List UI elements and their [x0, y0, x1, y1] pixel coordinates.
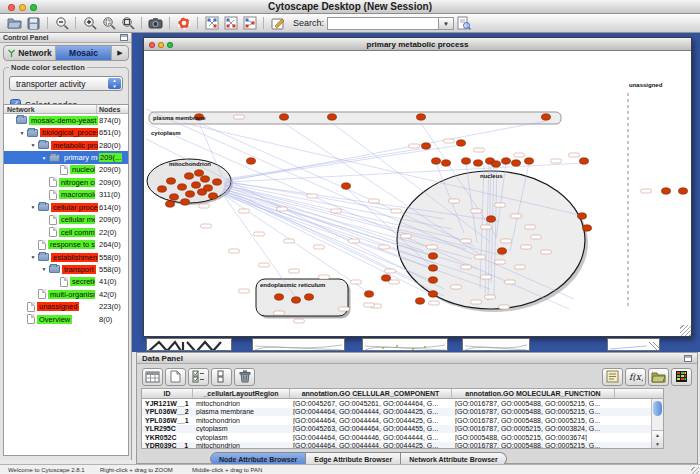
minimize-window-icon[interactable]: [19, 4, 26, 11]
network-node[interactable]: [474, 160, 483, 166]
network-node[interactable]: [542, 114, 551, 120]
tree-row-primary-metabo[interactable]: ▼primary metabo209(...: [4, 151, 128, 163]
network-node[interactable]: [247, 158, 256, 164]
network-node[interactable]: [502, 158, 511, 164]
float-data-panel-icon[interactable]: [684, 355, 692, 362]
tree-row-unassigned[interactable]: unassigned223(0): [4, 301, 128, 313]
network-node[interactable]: [280, 114, 289, 120]
search-document-icon[interactable]: [454, 15, 473, 32]
background-window-fragment[interactable]: [252, 338, 345, 351]
tree-column-network[interactable]: Network: [7, 106, 35, 113]
tree-row-multi-organism-pro[interactable]: multi-organism pro42(0): [4, 288, 128, 300]
mini-network-icon-2[interactable]: [221, 15, 240, 32]
network-node[interactable]: [181, 199, 190, 205]
tree-row-mosaic-demo-yeast[interactable]: mosaic-demo-yeast874(0): [4, 114, 128, 126]
network-node[interactable]: [429, 291, 438, 297]
tree-row-cell-communicat[interactable]: cell communicat22(0): [4, 226, 128, 238]
tab-mosaic[interactable]: Mosaic: [56, 46, 112, 60]
network-node[interactable]: [417, 114, 426, 120]
network-node[interactable]: [679, 188, 688, 194]
unselect-all-attributes-icon[interactable]: [211, 368, 232, 386]
notepad-icon[interactable]: [602, 368, 623, 386]
zoom-window-icon[interactable]: [30, 4, 37, 11]
tree-row-metabolic-process[interactable]: ▼metabolic process280(0): [4, 139, 128, 151]
network-node[interactable]: [178, 184, 187, 190]
search-dropdown-icon[interactable]: ▼: [439, 17, 454, 30]
tree-expander-icon[interactable]: ▼: [28, 142, 38, 148]
table-header-id[interactable]: ID: [142, 389, 193, 398]
background-window-fragment[interactable]: [362, 338, 448, 351]
table-row-ykr052c[interactable]: YKR052Ccytoplasm[GO:0044464, GO:0044446,…: [142, 433, 663, 442]
network-node[interactable]: [442, 160, 451, 166]
network-node[interactable]: [209, 193, 218, 199]
mini-network-icon-1[interactable]: [202, 15, 221, 32]
tree-row-response-to-stimulu[interactable]: response to stimulu264(0): [4, 238, 128, 250]
network-node[interactable]: [204, 185, 213, 191]
tree-row-nitrogen-compo[interactable]: nitrogen compo209(0): [4, 176, 128, 188]
network-node[interactable]: [578, 213, 587, 219]
attribute-table-icon[interactable]: [142, 368, 163, 386]
table-header-molecular-function[interactable]: annotation.GO MOLECULAR_FUNCTION: [452, 389, 615, 398]
window-resize-grip-icon[interactable]: [680, 325, 691, 336]
network-node[interactable]: [416, 298, 425, 304]
table-scrollbar[interactable]: ▲▼: [651, 399, 663, 448]
tree-row-establishment-of-lo[interactable]: ▼establishment of lo558(0): [4, 251, 128, 263]
open-file-icon[interactable]: [5, 15, 24, 32]
search-input[interactable]: [327, 17, 439, 30]
network-node[interactable]: [158, 186, 167, 192]
tree-row-overview[interactable]: Overview8(0): [4, 313, 128, 325]
mini-network-icon-3[interactable]: [240, 15, 259, 32]
tree-expander-icon[interactable]: ▼: [28, 204, 38, 210]
open-attribute-icon[interactable]: [648, 368, 669, 386]
node-color-dropdown[interactable]: transporter activity ▲▼: [9, 76, 123, 91]
tree-row-biological-process[interactable]: ▼biological_process651(0): [4, 126, 128, 138]
new-attribute-icon[interactable]: [165, 368, 186, 386]
background-window-fragment[interactable]: [607, 338, 660, 351]
network-node[interactable]: [512, 160, 521, 166]
zoom-selected-icon[interactable]: [99, 15, 118, 32]
network-node[interactable]: [382, 275, 391, 281]
network-view-titlebar[interactable]: primary metabolic process: [144, 38, 691, 51]
app-resize-grip-icon[interactable]: [691, 467, 699, 474]
table-row-ylr295c[interactable]: YLR295Ccytoplasm[GO:0045263, GO:0044464,…: [142, 425, 663, 434]
tree-column-nodes[interactable]: Nodes: [99, 106, 120, 113]
zoom-fit-icon[interactable]: [118, 15, 137, 32]
tree-expander-icon[interactable]: ▼: [39, 266, 49, 272]
heatmap-icon[interactable]: [671, 368, 692, 386]
network-node[interactable]: [525, 158, 534, 164]
view-zoom-icon[interactable]: [167, 42, 173, 48]
network-node[interactable]: [429, 265, 438, 271]
view-minimize-icon[interactable]: [158, 42, 164, 48]
network-node[interactable]: [583, 225, 592, 231]
zoom-out-icon[interactable]: [52, 15, 71, 32]
delete-attribute-icon[interactable]: [234, 368, 255, 386]
network-node[interactable]: [662, 188, 671, 194]
network-node[interactable]: [492, 161, 501, 167]
scrollbar-arrows[interactable]: ▲▼: [652, 430, 663, 448]
float-panel-icon[interactable]: [120, 34, 128, 41]
background-window-fragment[interactable]: [146, 338, 232, 351]
network-node[interactable]: [462, 158, 471, 164]
table-row-yjr121w__1[interactable]: YJR121W__1mitochondrion[GO:0045267, GO:0…: [142, 399, 663, 408]
network-node[interactable]: [166, 201, 175, 207]
table-row-ypl036w__1[interactable]: YPL036W__1mitochondrion[GO:0044464, GO:0…: [142, 416, 663, 425]
zoom-in-icon[interactable]: [80, 15, 99, 32]
scroll-up-icon[interactable]: ▲: [652, 431, 663, 440]
network-node[interactable]: [457, 140, 466, 146]
view-close-icon[interactable]: [149, 42, 155, 48]
tree-row-transport[interactable]: ▼transport558(0): [4, 263, 128, 275]
network-node[interactable]: [201, 176, 210, 182]
network-node[interactable]: [328, 114, 337, 120]
network-node[interactable]: [429, 277, 438, 283]
tree-expander-icon[interactable]: ▼: [39, 155, 49, 161]
network-node[interactable]: [422, 143, 431, 149]
network-edge[interactable]: [226, 148, 426, 179]
network-node[interactable]: [192, 182, 201, 188]
network-node[interactable]: [292, 297, 301, 303]
tree-expander-icon[interactable]: ▼: [28, 254, 38, 260]
network-node[interactable]: [580, 158, 589, 164]
table-row-ydr039c__1[interactable]: YDR039C__1mitochondrion[GO:0044464, GO:0…: [142, 442, 663, 450]
tree-expander-icon[interactable]: ▼: [17, 130, 27, 136]
snapshot-camera-icon[interactable]: [146, 15, 165, 32]
network-node[interactable]: [365, 291, 374, 297]
